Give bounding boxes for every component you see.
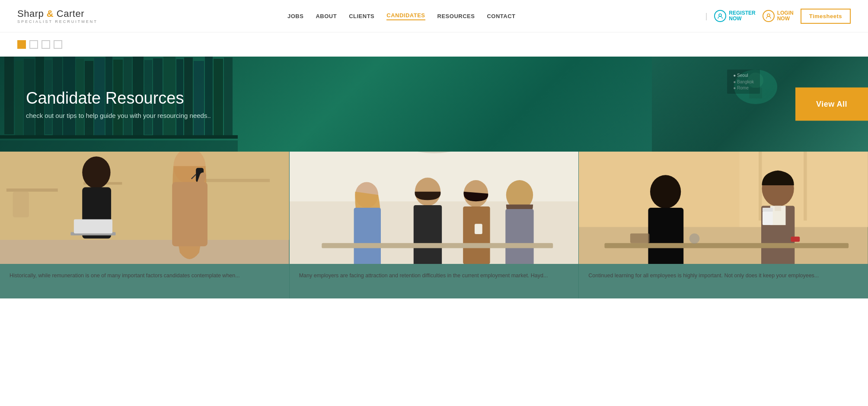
logo-tagline: SPECIALIST RECRUITMENT (17, 19, 98, 24)
svg-rect-65 (804, 152, 807, 221)
card-2-excerpt: Many employers are facing attraction and… (299, 272, 569, 280)
svg-rect-73 (763, 208, 773, 212)
svg-rect-55 (463, 206, 490, 264)
card-2-text: Many employers are facing attraction and… (290, 264, 579, 298)
svg-rect-67 (648, 208, 684, 264)
hero-title: Candidate Resources (26, 89, 842, 108)
svg-rect-76 (630, 233, 650, 243)
dot-1[interactable] (17, 40, 26, 49)
register-icon (714, 10, 726, 22)
dot-4[interactable] (54, 40, 62, 49)
nav: JOBS ABOUT CLIENTS CANDIDATES RESOURCES … (287, 12, 515, 20)
svg-rect-25 (0, 135, 238, 139)
timesheets-button[interactable]: Timesheets (801, 9, 851, 24)
view-all-button[interactable]: View All (795, 88, 868, 121)
card-1-image (0, 152, 289, 264)
card-3: Continued learning for all employees is … (579, 152, 868, 298)
login-line2: NOW (777, 16, 794, 22)
nav-clients[interactable]: CLIENTS (349, 13, 374, 19)
card-2-image (290, 152, 579, 264)
card-1: Historically, while remuneration is one … (0, 152, 289, 298)
svg-rect-56 (475, 224, 482, 234)
nav-resources[interactable]: RESOURCES (437, 13, 475, 19)
svg-rect-31 (0, 152, 289, 240)
view-all-container: View All (795, 88, 868, 121)
svg-rect-58 (505, 209, 533, 264)
svg-rect-71 (775, 206, 782, 211)
svg-rect-51 (354, 208, 380, 264)
nav-jobs[interactable]: JOBS (287, 13, 303, 19)
svg-rect-74 (791, 237, 800, 242)
svg-point-0 (719, 14, 721, 16)
hero-ranking: ● Seoul ● Bangkok ● Rome (727, 70, 760, 94)
svg-rect-32 (6, 188, 58, 191)
register-now-button[interactable]: REGISTER NOW (714, 10, 755, 22)
svg-rect-42 (172, 182, 207, 247)
svg-point-37 (82, 156, 110, 188)
login-now-button[interactable]: LOGIN NOW (763, 10, 794, 22)
svg-rect-75 (605, 243, 849, 248)
svg-rect-34 (206, 179, 270, 182)
svg-rect-63 (740, 152, 868, 227)
svg-rect-53 (413, 205, 441, 264)
logo: Sharp & Carter SPECIALIST RECRUITMENT (17, 8, 98, 24)
nav-about[interactable]: ABOUT (316, 13, 337, 19)
svg-rect-40 (74, 219, 112, 234)
dot-3[interactable] (41, 40, 50, 49)
svg-rect-35 (13, 192, 29, 217)
hero-subtitle: check out our tips to help guide you wit… (26, 112, 842, 119)
svg-point-66 (650, 175, 681, 208)
cards-section: Historically, while remuneration is one … (0, 152, 868, 298)
card-3-text: Continued learning for all employees is … (579, 264, 868, 298)
svg-rect-26 (0, 140, 238, 152)
card-3-image (579, 152, 868, 264)
card-2: Many employers are facing attraction and… (290, 152, 579, 298)
svg-rect-72 (763, 211, 773, 225)
svg-point-1 (767, 14, 770, 16)
nav-candidates[interactable]: CANDIDATES (386, 12, 425, 20)
card-1-excerpt: Historically, while remuneration is one … (10, 272, 280, 280)
card-1-text: Historically, while remuneration is one … (0, 264, 289, 298)
pagination-dots (0, 32, 868, 57)
dot-2[interactable] (29, 40, 38, 49)
svg-rect-59 (322, 243, 553, 248)
svg-point-77 (689, 233, 700, 244)
register-line2: NOW (729, 16, 755, 22)
nav-actions: | REGISTER NOW LOGIN NOW (705, 9, 851, 24)
nav-divider: | (705, 12, 708, 21)
hero-banner: ● Seoul ● Bangkok ● Rome Candidate Resou… (0, 57, 868, 152)
card-3-excerpt: Continued learning for all employees is … (588, 272, 858, 280)
login-icon (763, 10, 775, 22)
logo-text: Sharp & Carter (17, 8, 98, 19)
header: Sharp & Carter SPECIALIST RECRUITMENT JO… (0, 0, 868, 32)
nav-contact[interactable]: CONTACT (487, 13, 515, 19)
